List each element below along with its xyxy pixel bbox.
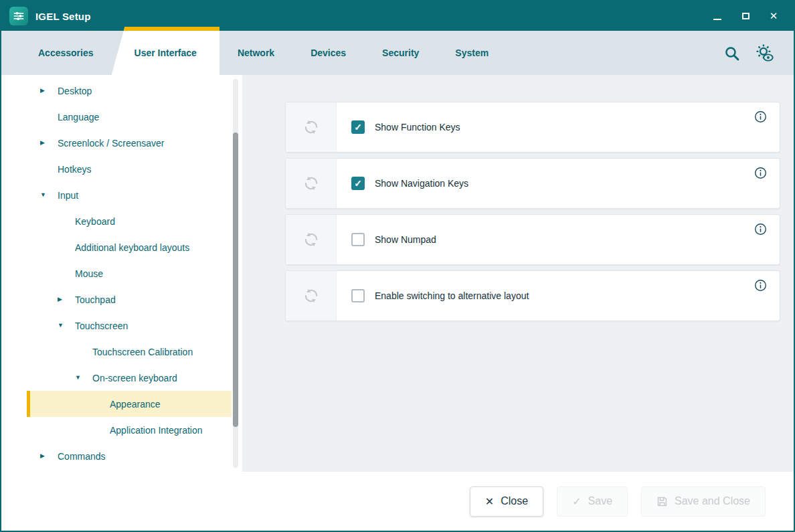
window-controls: ✕ [705,6,786,26]
window-title: IGEL Setup [35,11,91,22]
info-icon [754,223,767,236]
setting-row-show-navigation-keys: Show Navigation Keys [285,158,780,209]
save-and-close-button[interactable]: Save and Close [641,486,766,517]
setting-row-enable-switching-alternative-layout: Enable switching to alternative layout [285,270,780,321]
tab-accessories[interactable]: Accessories [20,31,112,75]
tree-collapsed-icon[interactable]: ▶ [40,88,58,94]
save-icon [656,496,668,507]
save-button-label: Save [588,495,612,507]
gear-eye-icon[interactable] [755,43,774,62]
info-button[interactable] [741,223,780,236]
reset-to-default-button[interactable] [286,159,337,208]
reset-to-default-button[interactable] [286,102,337,152]
tab-user-interface[interactable]: User Interface [112,27,219,75]
sidebar-item-label: Commands [58,451,106,462]
close-button[interactable]: ✕ Close [470,486,543,517]
tab-security[interactable]: Security [364,31,437,75]
sidebar-item-language[interactable]: Language [1,104,232,130]
tree-expanded-icon[interactable]: ▼ [40,192,58,198]
sidebar-item-touchscreen[interactable]: ▼ Touchscreen [1,313,232,339]
checkbox-enable-switching-alternative-layout[interactable] [351,289,365,302]
sidebar: ▶ Desktop Language ▶ Screenlock / Screen… [1,75,242,472]
reset-icon [302,231,320,248]
sidebar-item-label: Screenlock / Screensaver [58,138,165,149]
sidebar-item-label: Keyboard [75,216,115,227]
maximize-button[interactable] [733,6,758,26]
tab-devices[interactable]: Devices [292,31,364,75]
tab-network[interactable]: Network [219,31,292,75]
sidebar-item-label: Touchpad [75,294,116,305]
close-icon: ✕ [770,10,778,22]
sidebar-item-on-screen-keyboard[interactable]: ▼ On-screen keyboard [1,365,232,391]
igel-setup-window: IGEL Setup ✕ Accessories User Interface … [0,0,795,532]
info-button[interactable] [741,167,780,179]
tab-system[interactable]: System [437,31,507,75]
setting-label: Show Function Keys [375,122,460,132]
tab-bar: Accessories User Interface Network Devic… [1,31,794,75]
sidebar-item-application-integration[interactable]: Application Integration [1,417,232,443]
sidebar-scrollbar-track[interactable] [233,79,238,468]
save-button[interactable]: ✓ Save [557,486,628,517]
titlebar: IGEL Setup ✕ [1,1,794,31]
main-area: ▶ Desktop Language ▶ Screenlock / Screen… [1,75,794,472]
tree-collapsed-icon[interactable]: ▶ [58,296,75,302]
sidebar-item-appearance[interactable]: Appearance [1,391,232,417]
reset-to-default-button[interactable] [286,215,337,264]
sidebar-item-label: Application Integration [110,425,203,436]
sidebar-item-label: Mouse [75,268,103,279]
close-button-label: Close [501,495,528,507]
navigation-tree: ▶ Desktop Language ▶ Screenlock / Screen… [1,78,232,469]
setting-body: Show Numpad [337,215,741,264]
tabbar-tools [723,31,794,75]
sidebar-item-input[interactable]: ▼ Input [1,182,232,208]
sidebar-item-label: Input [58,190,78,201]
sidebar-item-label: Hotkeys [58,164,92,175]
setting-label: Show Navigation Keys [375,178,468,189]
setting-label: Enable switching to alternative layout [375,290,529,301]
tree-collapsed-icon[interactable]: ▶ [40,453,58,459]
tree-collapsed-icon[interactable]: ▶ [40,140,58,146]
info-button[interactable] [741,110,780,123]
setting-body: Show Navigation Keys [337,159,741,208]
sidebar-item-additional-keyboard-layouts[interactable]: Additional keyboard layouts [1,234,232,260]
info-icon [754,167,767,179]
close-window-button[interactable]: ✕ [762,6,786,26]
info-icon [754,110,767,123]
tab-label: Accessories [38,48,94,58]
tree-expanded-icon[interactable]: ▼ [75,375,92,381]
setting-body: Show Function Keys [337,102,741,152]
sidebar-item-mouse[interactable]: Mouse [1,260,232,286]
settings-panel: Show Function Keys [242,75,795,472]
sidebar-item-screenlock-screensaver[interactable]: ▶ Screenlock / Screensaver [1,130,232,156]
check-icon: ✓ [572,495,581,508]
sidebar-item-hotkeys[interactable]: Hotkeys [1,156,232,182]
sidebar-item-label: Touchscreen Calibration [92,347,193,357]
minimize-button[interactable] [705,6,729,26]
info-button[interactable] [741,279,780,292]
reset-to-default-button[interactable] [286,271,337,321]
checkbox-show-navigation-keys[interactable] [351,177,365,190]
tab-label: Security [382,48,419,58]
sidebar-item-desktop[interactable]: ▶ Desktop [1,78,232,104]
setting-label: Show Numpad [375,234,436,245]
setting-body: Enable switching to alternative layout [337,271,741,321]
save-and-close-button-label: Save and Close [675,495,750,507]
maximize-icon [742,13,749,19]
close-icon: ✕ [485,495,494,508]
checkbox-show-numpad[interactable] [351,233,365,246]
footer-bar: ✕ Close ✓ Save Save and Close [1,472,794,531]
sidebar-item-label: On-screen keyboard [92,373,177,383]
sidebar-item-commands[interactable]: ▶ Commands [1,443,232,469]
tree-expanded-icon[interactable]: ▼ [58,323,75,329]
minimize-icon [713,19,721,20]
sidebar-item-touchpad[interactable]: ▶ Touchpad [1,286,232,313]
sidebar-item-touchscreen-calibration[interactable]: Touchscreen Calibration [1,339,232,365]
checkbox-show-function-keys[interactable] [351,120,365,134]
sidebar-scrollbar-thumb[interactable] [233,132,238,427]
search-icon[interactable] [723,45,740,62]
tab-label: System [455,48,489,58]
setting-row-show-function-keys: Show Function Keys [285,102,780,153]
sidebar-item-keyboard[interactable]: Keyboard [1,208,232,234]
sidebar-item-label: Appearance [110,399,161,410]
tab-label: User Interface [135,48,197,58]
